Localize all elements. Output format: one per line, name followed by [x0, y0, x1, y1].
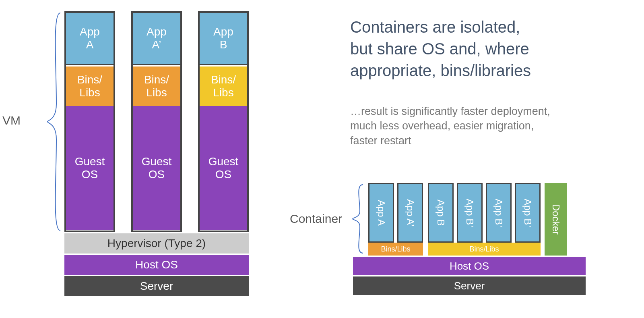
vm-server: Server [64, 276, 249, 296]
vm-brace-icon [44, 11, 64, 232]
vm-col2-app: App B [198, 11, 249, 65]
container-label: Container [290, 212, 342, 226]
container-app-5: App B’ [515, 183, 541, 243]
container-app-4: App B’ [486, 183, 512, 243]
container-host-os: Host OS [353, 257, 586, 275]
vm-col0-app: App A [64, 11, 115, 65]
vm-col2-os: Guest OS [199, 106, 248, 230]
container-docker: Docker [545, 183, 567, 256]
vm-col1-os: Guest OS [132, 106, 181, 230]
vm-hypervisor: Hypervisor (Type 2) [64, 233, 249, 254]
vm-col0-lib: Bins/ Libs [66, 67, 114, 106]
vm-col0-os: Guest OS [66, 106, 114, 230]
container-app-0: App A [368, 183, 394, 243]
subtext: …result is significantly faster deployme… [350, 104, 550, 148]
container-libs-2: Bins/Libs [428, 243, 541, 256]
vm-host-os: Host OS [64, 255, 249, 275]
vm-col1-app: App A’ [131, 11, 182, 65]
container-app-1: App A’ [397, 183, 423, 243]
container-server: Server [353, 276, 586, 295]
vm-col1-lib: Bins/ Libs [132, 67, 181, 106]
container-app-2: App B [428, 183, 454, 243]
headline-text: Containers are isolated, but share OS an… [350, 16, 531, 81]
container-brace-icon [350, 183, 366, 255]
container-libs-1: Bins/Libs [368, 243, 423, 256]
vm-col2-lib: Bins/ Libs [199, 67, 248, 106]
container-app-3: App B’ [457, 183, 483, 243]
vm-label: VM [2, 114, 21, 127]
